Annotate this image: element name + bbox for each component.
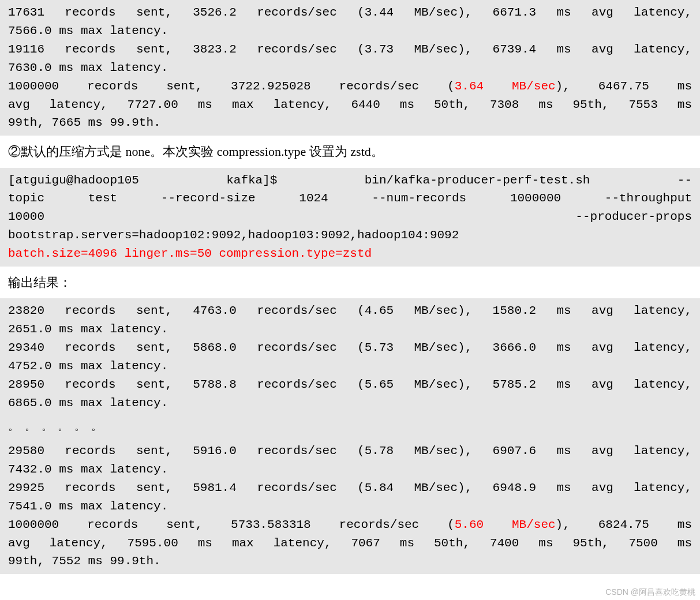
output-line: 7630.0 ms max latency. (8, 59, 692, 77)
output-line: 2651.0 ms max latency. (8, 320, 692, 339)
output-line: 19116 records sent, 3823.2 records/sec (… (8, 40, 692, 59)
command-block: [atguigu@hadoop105 kafka]$ bin/kafka-pro… (0, 168, 700, 267)
output-line: 7566.0 ms max latency. (8, 22, 692, 40)
text: ), 6824.75 ms (556, 518, 692, 531)
command-line: topic test --record-size 1024 --num-reco… (8, 189, 692, 208)
text: 10000 (8, 208, 44, 226)
output-line: 99th, 7552 ms 99.9th. (8, 552, 692, 571)
output-line: 1000000 records sent, 3722.925028 record… (8, 77, 692, 96)
output-line: 29925 records sent, 5981.4 records/sec (… (8, 479, 692, 497)
output-line: 6865.0 ms max latency. (8, 394, 692, 412)
paragraph-output-label: 输出结果： (0, 267, 700, 298)
output-line: avg latency, 7727.00 ms max latency, 644… (8, 96, 692, 114)
ellipsis-line: 。 。 。 。 。 。 (8, 419, 692, 435)
highlight-throughput: 3.64 MB/sec (455, 80, 556, 93)
output-line: 1000000 records sent, 5733.583318 record… (8, 516, 692, 534)
text: 1000000 records sent, 3722.925028 record… (8, 80, 455, 93)
text: --producer-props (575, 208, 692, 226)
highlight-throughput: 5.60 MB/sec (455, 518, 556, 531)
output-line: 29340 records sent, 5868.0 records/sec (… (8, 339, 692, 357)
paragraph-compression-note: ②默认的压缩方式是 none。本次实验 compression.type 设置为… (0, 136, 700, 167)
spacer (8, 435, 692, 442)
command-highlight-params: batch.size=4096 linger.ms=50 compression… (8, 245, 692, 263)
output-line: 28950 records sent, 5788.8 records/sec (… (8, 376, 692, 394)
output-block-1: 17631 records sent, 3526.2 records/sec (… (0, 0, 700, 136)
command-line: 10000 --producer-props (8, 208, 692, 226)
output-line: avg latency, 7595.00 ms max latency, 706… (8, 534, 692, 553)
output-line: 29580 records sent, 5916.0 records/sec (… (8, 442, 692, 460)
command-line: [atguigu@hadoop105 kafka]$ bin/kafka-pro… (8, 171, 692, 190)
output-line: 99th, 7665 ms 99.9th. (8, 114, 692, 132)
output-line: 4752.0 ms max latency. (8, 357, 692, 376)
output-block-2: 23820 records sent, 4763.0 records/sec (… (0, 298, 700, 574)
output-line: 23820 records sent, 4763.0 records/sec (… (8, 302, 692, 320)
spacer (8, 412, 692, 419)
output-line: 7541.0 ms max latency. (8, 497, 692, 516)
text: 1000000 records sent, 5733.583318 record… (8, 518, 455, 531)
command-line: bootstrap.servers=hadoop102:9092,hadoop1… (8, 226, 692, 245)
text: ), 6467.75 ms (556, 80, 692, 93)
output-line: 7432.0 ms max latency. (8, 460, 692, 479)
output-line: 17631 records sent, 3526.2 records/sec (… (8, 3, 692, 22)
